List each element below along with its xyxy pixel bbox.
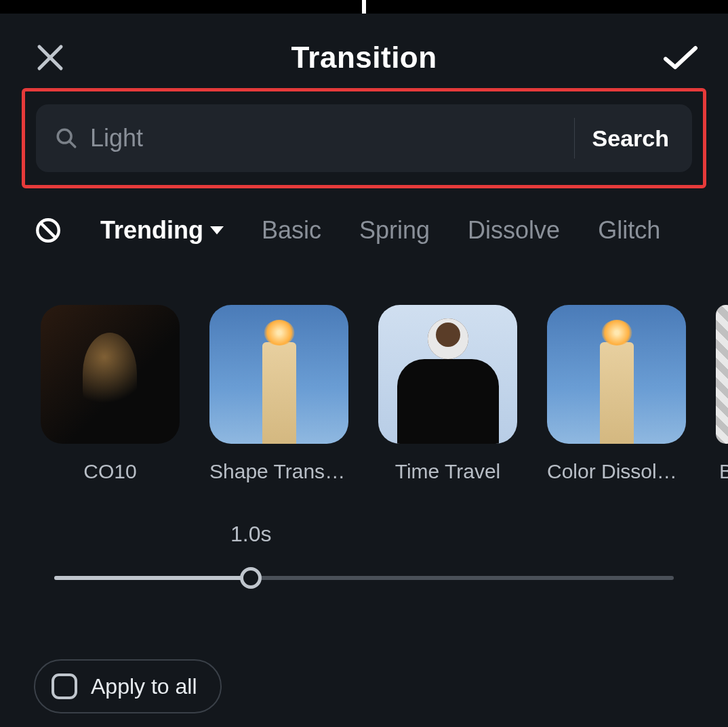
transition-thumbnail <box>378 305 517 444</box>
category-label: Basic <box>262 216 321 245</box>
close-icon <box>37 44 64 71</box>
close-button[interactable] <box>34 41 66 74</box>
category-glitch[interactable]: Glitch <box>598 216 660 245</box>
apply-to-all-checkbox[interactable] <box>52 673 77 699</box>
checkmark-icon <box>663 44 698 71</box>
svg-line-3 <box>70 142 75 147</box>
transition-gallery[interactable]: CO10 Shape Transit… Time Travel Color Di… <box>41 305 728 508</box>
slider-fill <box>54 576 251 580</box>
category-label: Glitch <box>598 216 660 245</box>
svg-line-5 <box>41 223 56 238</box>
transition-label: CO10 <box>41 460 180 483</box>
transition-label: Color Dissolv… <box>547 460 686 483</box>
category-dissolve[interactable]: Dissolve <box>468 216 560 245</box>
transition-item-partial[interactable]: B <box>716 305 728 508</box>
category-basic[interactable]: Basic <box>262 216 321 245</box>
transition-thumbnail <box>716 305 728 444</box>
category-label: Dissolve <box>468 216 560 245</box>
transition-label: Time Travel <box>378 460 517 483</box>
transition-thumbnail <box>209 305 348 444</box>
category-trending[interactable]: Trending <box>100 216 224 245</box>
transition-item-time-travel[interactable]: Time Travel <box>378 305 517 508</box>
search-icon <box>55 127 78 150</box>
none-category-icon[interactable] <box>34 216 62 245</box>
category-spring[interactable]: Spring <box>359 216 430 245</box>
status-bar-stub <box>0 0 728 14</box>
category-label: Trending <box>100 216 203 245</box>
transition-thumbnail <box>547 305 686 444</box>
confirm-button[interactable] <box>660 41 701 74</box>
search-input[interactable] <box>78 124 567 152</box>
transition-item-shape-transit[interactable]: Shape Transit… <box>209 305 348 508</box>
transition-label: B <box>716 460 728 483</box>
duration-value: 1.0s <box>230 522 271 547</box>
transition-label: Shape Transit… <box>209 460 348 483</box>
apply-to-all-button[interactable]: Apply to all <box>34 659 222 713</box>
header: Transition <box>0 34 728 81</box>
category-label: Spring <box>359 216 430 245</box>
transition-item-co10[interactable]: CO10 <box>41 305 180 508</box>
search-divider <box>574 118 575 159</box>
chevron-down-icon <box>210 226 224 234</box>
search-bar: Search <box>36 104 692 172</box>
page-title: Transition <box>291 41 437 75</box>
search-button[interactable]: Search <box>592 125 673 152</box>
apply-to-all-label: Apply to all <box>91 674 197 699</box>
search-highlight-frame: Search <box>22 88 706 188</box>
transition-item-color-dissolve[interactable]: Color Dissolv… <box>547 305 686 508</box>
slider-thumb[interactable] <box>240 567 262 589</box>
transition-thumbnail <box>41 305 180 444</box>
category-tabs: Trending Basic Spring Dissolve Glitch <box>34 210 728 251</box>
